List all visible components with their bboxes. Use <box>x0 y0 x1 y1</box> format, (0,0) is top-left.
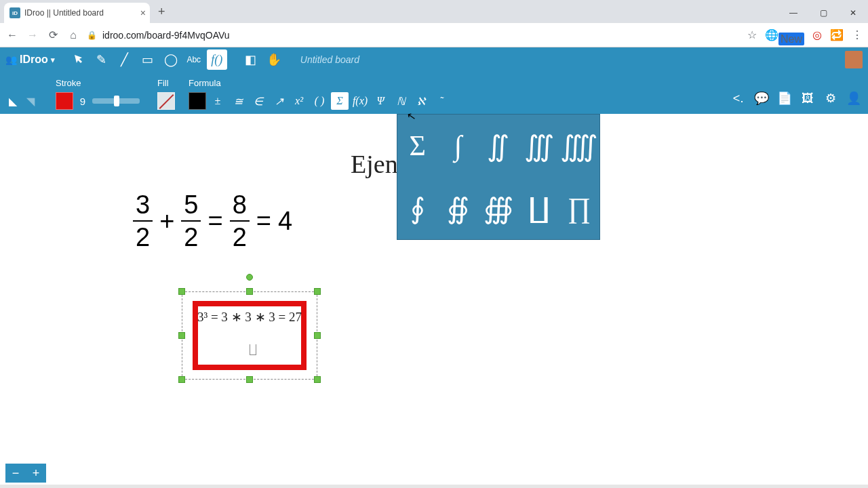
palette-integral[interactable]: ∫ <box>438 115 479 177</box>
window-close-icon[interactable]: ✕ <box>838 3 868 23</box>
stroke-width-slider[interactable] <box>92 98 140 104</box>
url-text: idroo.com/board-9f4MvqOAVu <box>102 30 230 41</box>
palette-contour-integral[interactable]: ∮ <box>397 177 438 239</box>
tool-pan[interactable]: ✋ <box>264 49 284 70</box>
formula-sigma[interactable]: Σ <box>331 92 349 110</box>
formula-plusminus[interactable]: ± <box>209 92 226 110</box>
equation-fractions[interactable]: 32 + 52 = 82 = 4 <box>133 192 292 250</box>
formula-power[interactable]: x² <box>290 92 308 110</box>
resize-handle-tl[interactable] <box>178 288 185 295</box>
undo-icon[interactable]: ◣ <box>5 94 20 108</box>
fill-group: Fill <box>157 78 175 110</box>
formula-elementof[interactable]: ∈ <box>250 92 267 110</box>
tab-title: IDroo || Untitled board <box>24 8 104 18</box>
fill-label: Fill <box>157 78 175 88</box>
tool-formula[interactable]: f() <box>207 49 227 70</box>
chat-icon[interactable]: 💬 <box>753 89 770 107</box>
favicon-icon: iD <box>9 7 20 18</box>
formula-fx[interactable]: f(x) <box>351 92 369 110</box>
palette-triple-integral[interactable]: ∭ <box>519 115 559 177</box>
resize-handle-tm[interactable] <box>246 288 253 295</box>
sigma-palette: Σ ∫ ∬ ∭ ⨌ ∮ ∯ ∰ ∐ ∏ <box>397 114 600 240</box>
nav-back-icon[interactable]: ← <box>5 29 19 41</box>
browser-address-bar: ← → ⟳ ⌂ 🔒 idroo.com/board-9f4MvqOAVu ☆ 🌐… <box>0 23 868 47</box>
window-minimize-icon[interactable]: — <box>778 3 808 23</box>
app-toolbar: IDroo▾ ✎ ╱ ▭ ◯ Abc f() ◧ ✋ Untitled boar… <box>0 47 868 72</box>
zoom-in-button[interactable]: + <box>26 464 46 483</box>
palette-coproduct[interactable]: ∐ <box>519 177 559 239</box>
nav-forward-icon[interactable]: → <box>26 29 39 41</box>
browser-actions: ☆ 🌐New ◎ 🔁 ⋮ <box>747 28 863 41</box>
formula-parens[interactable]: ( ) <box>311 92 328 110</box>
formula-aleph[interactable]: ℵ <box>412 92 430 110</box>
formula-psi[interactable]: Ψ <box>372 92 389 110</box>
resize-handle-mr[interactable] <box>314 332 321 339</box>
stroke-color-swatch[interactable] <box>56 92 73 110</box>
nav-home-icon[interactable]: ⌂ <box>66 29 80 41</box>
participants-icon[interactable]: 👤 <box>845 89 863 107</box>
formula-expression: 3³ = 3 ∗ 3 ∗ 3 = 27 <box>197 309 302 325</box>
tab-close-icon[interactable]: × <box>140 7 146 18</box>
formula-congruent[interactable]: ≅ <box>229 92 247 110</box>
redo-icon[interactable]: ◥ <box>23 94 38 108</box>
board-title[interactable]: Untitled board <box>300 54 359 65</box>
stroke-label: Stroke <box>56 78 140 88</box>
image-icon[interactable]: 🖼 <box>799 89 816 107</box>
palette-quadruple-integral[interactable]: ⨌ <box>559 115 599 177</box>
window-controls: — ▢ ✕ <box>778 3 868 23</box>
browser-menu-icon[interactable]: ⋮ <box>852 28 863 41</box>
resize-handle-bl[interactable] <box>178 376 185 383</box>
tool-ellipse[interactable]: ◯ <box>161 49 181 70</box>
nav-reload-icon[interactable]: ⟳ <box>46 28 60 41</box>
scrollbar-horizontal[interactable] <box>0 485 868 488</box>
palette-sigma[interactable]: Σ <box>397 115 438 177</box>
formula-arrow[interactable]: ↗ <box>270 92 288 110</box>
tool-line[interactable]: ╱ <box>115 49 135 70</box>
rotate-handle[interactable] <box>246 274 253 281</box>
toolbar-right: <․ 💬 📄 🖼 ⚙ 👤 <box>730 89 863 110</box>
stroke-width-value: 9 <box>77 96 88 107</box>
tool-pointer[interactable] <box>68 49 89 70</box>
tool-rect[interactable]: ▭ <box>138 49 158 70</box>
user-avatar[interactable] <box>845 51 863 68</box>
palette-surface-integral[interactable]: ∯ <box>438 177 479 239</box>
tool-pen[interactable]: ✎ <box>92 49 112 70</box>
lock-icon: 🔒 <box>87 30 97 40</box>
settings-icon[interactable]: ⚙ <box>822 89 840 107</box>
palette-product[interactable]: ∏ <box>559 177 599 239</box>
extension-sync-icon[interactable]: 🔁 <box>830 28 844 41</box>
resize-handle-br[interactable] <box>314 376 321 383</box>
palette-volume-integral[interactable]: ∰ <box>478 177 519 239</box>
formula-color-swatch[interactable] <box>189 92 206 110</box>
new-tab-button[interactable]: + <box>158 5 165 19</box>
canvas-heading: Ejen <box>351 149 398 179</box>
zoom-out-button[interactable]: − <box>5 464 26 483</box>
document-icon[interactable]: 📄 <box>776 89 793 107</box>
resize-handle-ml[interactable] <box>178 332 185 339</box>
formula-tilde[interactable]: ˜ <box>433 92 450 110</box>
formula-box[interactable]: 3³ = 3 ∗ 3 ∗ 3 = 27 <box>193 301 307 370</box>
resize-handle-tr[interactable] <box>314 288 321 295</box>
canvas[interactable]: Ejen 32 + 52 = 82 = 4 3³ = 3 ∗ 3 ∗ 3 = 2… <box>0 114 868 488</box>
formula-natural[interactable]: ℕ <box>392 92 410 110</box>
window-maximize-icon[interactable]: ▢ <box>808 3 838 23</box>
resize-handle-bm[interactable] <box>246 376 253 383</box>
selected-object[interactable]: 3³ = 3 ∗ 3 ∗ 3 = 27 <box>182 291 317 380</box>
tool-text[interactable]: Abc <box>184 49 204 70</box>
zoom-controls: − + <box>5 464 46 483</box>
formula-label: Formula <box>189 78 450 88</box>
share-icon[interactable]: <․ <box>730 89 747 107</box>
browser-tab[interactable]: iD IDroo || Untitled board × <box>4 3 150 23</box>
app-logo[interactable]: IDroo▾ <box>5 54 55 66</box>
tool-eraser[interactable]: ◧ <box>241 49 261 70</box>
url-field[interactable]: 🔒 idroo.com/board-9f4MvqOAVu <box>87 30 741 41</box>
palette-double-integral[interactable]: ∬ <box>478 115 519 177</box>
text-caret <box>250 344 256 355</box>
properties-toolbar: ◣ ◥ Stroke 9 Fill Formula ± ≅ ∈ ↗ x² ( )… <box>0 72 868 114</box>
fill-color-swatch[interactable] <box>157 92 175 110</box>
bookmark-icon[interactable]: ☆ <box>747 28 757 41</box>
extension-translate-icon[interactable]: 🌐New <box>765 28 804 41</box>
formula-group: Formula ± ≅ ∈ ↗ x² ( ) Σ f(x) Ψ ℕ ℵ ˜ <box>189 78 450 110</box>
extension-shield-icon[interactable]: ◎ <box>812 28 822 41</box>
browser-tab-strip: iD IDroo || Untitled board × + — ▢ ✕ <box>0 0 868 23</box>
